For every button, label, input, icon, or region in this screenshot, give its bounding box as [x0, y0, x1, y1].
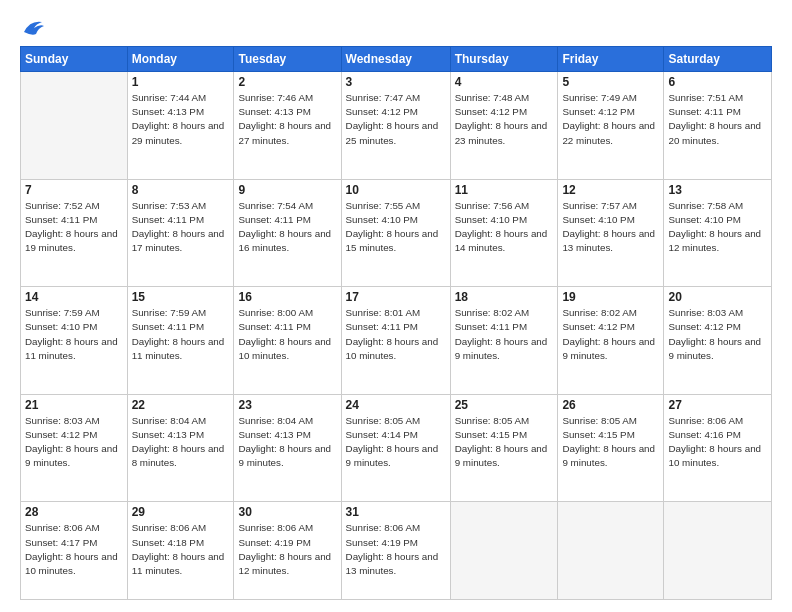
day-info: Sunrise: 8:02 AMSunset: 4:12 PMDaylight:… [562, 306, 659, 363]
logo-bird-icon [22, 18, 44, 36]
day-info: Sunrise: 7:55 AMSunset: 4:10 PMDaylight:… [346, 199, 446, 256]
day-number: 25 [455, 398, 554, 412]
calendar-cell: 17Sunrise: 8:01 AMSunset: 4:11 PMDayligh… [341, 287, 450, 395]
day-info: Sunrise: 8:03 AMSunset: 4:12 PMDaylight:… [668, 306, 767, 363]
day-number: 12 [562, 183, 659, 197]
calendar-week-row: 21Sunrise: 8:03 AMSunset: 4:12 PMDayligh… [21, 394, 772, 502]
day-number: 13 [668, 183, 767, 197]
day-number: 3 [346, 75, 446, 89]
calendar-cell: 30Sunrise: 8:06 AMSunset: 4:19 PMDayligh… [234, 502, 341, 600]
calendar-cell: 3Sunrise: 7:47 AMSunset: 4:12 PMDaylight… [341, 72, 450, 180]
calendar-cell: 5Sunrise: 7:49 AMSunset: 4:12 PMDaylight… [558, 72, 664, 180]
calendar-cell: 24Sunrise: 8:05 AMSunset: 4:14 PMDayligh… [341, 394, 450, 502]
day-number: 7 [25, 183, 123, 197]
day-info: Sunrise: 7:53 AMSunset: 4:11 PMDaylight:… [132, 199, 230, 256]
day-number: 27 [668, 398, 767, 412]
calendar-cell [21, 72, 128, 180]
calendar-week-row: 14Sunrise: 7:59 AMSunset: 4:10 PMDayligh… [21, 287, 772, 395]
day-info: Sunrise: 7:52 AMSunset: 4:11 PMDaylight:… [25, 199, 123, 256]
calendar-cell: 21Sunrise: 8:03 AMSunset: 4:12 PMDayligh… [21, 394, 128, 502]
day-number: 6 [668, 75, 767, 89]
day-number: 14 [25, 290, 123, 304]
day-info: Sunrise: 7:58 AMSunset: 4:10 PMDaylight:… [668, 199, 767, 256]
calendar-cell: 12Sunrise: 7:57 AMSunset: 4:10 PMDayligh… [558, 179, 664, 287]
weekday-header-monday: Monday [127, 47, 234, 72]
day-info: Sunrise: 7:59 AMSunset: 4:11 PMDaylight:… [132, 306, 230, 363]
day-number: 5 [562, 75, 659, 89]
day-info: Sunrise: 8:02 AMSunset: 4:11 PMDaylight:… [455, 306, 554, 363]
day-info: Sunrise: 7:56 AMSunset: 4:10 PMDaylight:… [455, 199, 554, 256]
day-info: Sunrise: 8:03 AMSunset: 4:12 PMDaylight:… [25, 414, 123, 471]
day-number: 26 [562, 398, 659, 412]
day-number: 17 [346, 290, 446, 304]
calendar-cell: 11Sunrise: 7:56 AMSunset: 4:10 PMDayligh… [450, 179, 558, 287]
calendar-cell: 22Sunrise: 8:04 AMSunset: 4:13 PMDayligh… [127, 394, 234, 502]
calendar-cell: 1Sunrise: 7:44 AMSunset: 4:13 PMDaylight… [127, 72, 234, 180]
day-number: 21 [25, 398, 123, 412]
day-number: 10 [346, 183, 446, 197]
calendar-cell: 27Sunrise: 8:06 AMSunset: 4:16 PMDayligh… [664, 394, 772, 502]
calendar-cell [664, 502, 772, 600]
day-info: Sunrise: 8:05 AMSunset: 4:15 PMDaylight:… [455, 414, 554, 471]
day-info: Sunrise: 8:00 AMSunset: 4:11 PMDaylight:… [238, 306, 336, 363]
calendar-cell: 6Sunrise: 7:51 AMSunset: 4:11 PMDaylight… [664, 72, 772, 180]
weekday-header-saturday: Saturday [664, 47, 772, 72]
day-number: 4 [455, 75, 554, 89]
calendar-week-row: 28Sunrise: 8:06 AMSunset: 4:17 PMDayligh… [21, 502, 772, 600]
day-info: Sunrise: 7:47 AMSunset: 4:12 PMDaylight:… [346, 91, 446, 148]
calendar-cell: 13Sunrise: 7:58 AMSunset: 4:10 PMDayligh… [664, 179, 772, 287]
day-info: Sunrise: 8:04 AMSunset: 4:13 PMDaylight:… [238, 414, 336, 471]
day-info: Sunrise: 7:48 AMSunset: 4:12 PMDaylight:… [455, 91, 554, 148]
calendar-cell: 29Sunrise: 8:06 AMSunset: 4:18 PMDayligh… [127, 502, 234, 600]
day-info: Sunrise: 8:04 AMSunset: 4:13 PMDaylight:… [132, 414, 230, 471]
calendar-cell: 10Sunrise: 7:55 AMSunset: 4:10 PMDayligh… [341, 179, 450, 287]
day-info: Sunrise: 7:46 AMSunset: 4:13 PMDaylight:… [238, 91, 336, 148]
day-number: 16 [238, 290, 336, 304]
day-info: Sunrise: 7:54 AMSunset: 4:11 PMDaylight:… [238, 199, 336, 256]
calendar-cell: 18Sunrise: 8:02 AMSunset: 4:11 PMDayligh… [450, 287, 558, 395]
calendar-cell: 9Sunrise: 7:54 AMSunset: 4:11 PMDaylight… [234, 179, 341, 287]
day-info: Sunrise: 8:06 AMSunset: 4:19 PMDaylight:… [346, 521, 446, 578]
day-number: 28 [25, 505, 123, 519]
calendar-cell: 31Sunrise: 8:06 AMSunset: 4:19 PMDayligh… [341, 502, 450, 600]
day-info: Sunrise: 8:05 AMSunset: 4:14 PMDaylight:… [346, 414, 446, 471]
weekday-header-sunday: Sunday [21, 47, 128, 72]
calendar-week-row: 7Sunrise: 7:52 AMSunset: 4:11 PMDaylight… [21, 179, 772, 287]
weekday-header-thursday: Thursday [450, 47, 558, 72]
calendar-table: SundayMondayTuesdayWednesdayThursdayFrid… [20, 46, 772, 600]
day-number: 31 [346, 505, 446, 519]
calendar-cell: 25Sunrise: 8:05 AMSunset: 4:15 PMDayligh… [450, 394, 558, 502]
calendar-cell: 20Sunrise: 8:03 AMSunset: 4:12 PMDayligh… [664, 287, 772, 395]
day-info: Sunrise: 7:59 AMSunset: 4:10 PMDaylight:… [25, 306, 123, 363]
calendar-cell: 14Sunrise: 7:59 AMSunset: 4:10 PMDayligh… [21, 287, 128, 395]
day-info: Sunrise: 8:06 AMSunset: 4:19 PMDaylight:… [238, 521, 336, 578]
weekday-header-tuesday: Tuesday [234, 47, 341, 72]
calendar-cell: 4Sunrise: 7:48 AMSunset: 4:12 PMDaylight… [450, 72, 558, 180]
calendar-week-row: 1Sunrise: 7:44 AMSunset: 4:13 PMDaylight… [21, 72, 772, 180]
day-info: Sunrise: 7:44 AMSunset: 4:13 PMDaylight:… [132, 91, 230, 148]
day-number: 29 [132, 505, 230, 519]
calendar-cell [450, 502, 558, 600]
calendar-cell: 8Sunrise: 7:53 AMSunset: 4:11 PMDaylight… [127, 179, 234, 287]
day-number: 11 [455, 183, 554, 197]
day-number: 9 [238, 183, 336, 197]
day-number: 20 [668, 290, 767, 304]
weekday-header-row: SundayMondayTuesdayWednesdayThursdayFrid… [21, 47, 772, 72]
calendar-cell: 7Sunrise: 7:52 AMSunset: 4:11 PMDaylight… [21, 179, 128, 287]
day-number: 30 [238, 505, 336, 519]
day-number: 8 [132, 183, 230, 197]
calendar-cell: 2Sunrise: 7:46 AMSunset: 4:13 PMDaylight… [234, 72, 341, 180]
weekday-header-friday: Friday [558, 47, 664, 72]
day-info: Sunrise: 8:06 AMSunset: 4:18 PMDaylight:… [132, 521, 230, 578]
day-info: Sunrise: 7:57 AMSunset: 4:10 PMDaylight:… [562, 199, 659, 256]
day-info: Sunrise: 8:05 AMSunset: 4:15 PMDaylight:… [562, 414, 659, 471]
calendar-cell: 19Sunrise: 8:02 AMSunset: 4:12 PMDayligh… [558, 287, 664, 395]
calendar-cell: 16Sunrise: 8:00 AMSunset: 4:11 PMDayligh… [234, 287, 341, 395]
header [20, 18, 772, 36]
weekday-header-wednesday: Wednesday [341, 47, 450, 72]
day-info: Sunrise: 8:06 AMSunset: 4:16 PMDaylight:… [668, 414, 767, 471]
calendar-cell: 26Sunrise: 8:05 AMSunset: 4:15 PMDayligh… [558, 394, 664, 502]
day-number: 2 [238, 75, 336, 89]
calendar-cell: 23Sunrise: 8:04 AMSunset: 4:13 PMDayligh… [234, 394, 341, 502]
logo [20, 18, 44, 36]
